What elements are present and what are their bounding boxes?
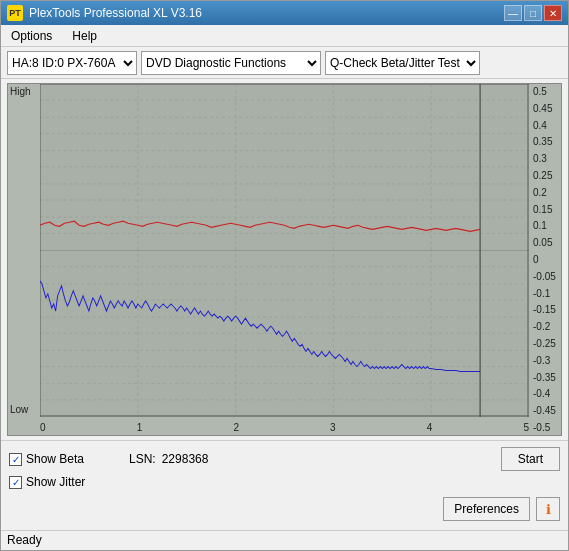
- y-high-label: High: [10, 86, 31, 97]
- test-selector[interactable]: Q-Check Beta/Jitter Test: [325, 51, 480, 75]
- x-label-5: 5: [523, 422, 529, 433]
- show-jitter-area: ✓ Show Jitter: [9, 475, 129, 489]
- preferences-button[interactable]: Preferences: [443, 497, 530, 521]
- menu-help[interactable]: Help: [66, 27, 103, 45]
- info-button[interactable]: ℹ: [536, 497, 560, 521]
- show-jitter-checkbox[interactable]: ✓: [9, 476, 22, 489]
- title-controls: — □ ✕: [504, 5, 562, 21]
- bottom-row2: ✓ Show Jitter: [9, 475, 560, 489]
- x-label-4: 4: [427, 422, 433, 433]
- drive-selector[interactable]: HA:8 ID:0 PX-760A: [7, 51, 137, 75]
- action-row: Preferences ℹ: [9, 497, 560, 521]
- x-label-3: 3: [330, 422, 336, 433]
- y-axis-right: 0.5 0.45 0.4 0.35 0.3 0.25 0.2 0.15 0.1 …: [529, 84, 561, 435]
- lsn-area: LSN: 2298368: [129, 452, 501, 466]
- bottom-row1: ✓ Show Beta LSN: 2298368 Start: [9, 447, 560, 471]
- x-axis-labels: 0 1 2 3 4 5: [40, 422, 529, 433]
- show-beta-checkbox[interactable]: ✓: [9, 453, 22, 466]
- app-icon: PT: [7, 5, 23, 21]
- show-jitter-label: Show Jitter: [26, 475, 85, 489]
- title-bar-left: PT PlexTools Professional XL V3.16: [7, 5, 202, 21]
- show-beta-label: Show Beta: [26, 452, 84, 466]
- bottom-panel: ✓ Show Beta LSN: 2298368 Start ✓ Show Ji…: [1, 440, 568, 530]
- title-bar: PT PlexTools Professional XL V3.16 — □ ✕: [1, 1, 568, 25]
- maximize-button[interactable]: □: [524, 5, 542, 21]
- x-label-1: 1: [137, 422, 143, 433]
- lsn-value: 2298368: [162, 452, 209, 466]
- start-button[interactable]: Start: [501, 447, 560, 471]
- chart-svg: [40, 84, 529, 417]
- close-button[interactable]: ✕: [544, 5, 562, 21]
- function-selector[interactable]: DVD Diagnostic Functions: [141, 51, 321, 75]
- toolbar: HA:8 ID:0 PX-760A DVD Diagnostic Functio…: [1, 47, 568, 79]
- x-label-0: 0: [40, 422, 46, 433]
- minimize-button[interactable]: —: [504, 5, 522, 21]
- menu-bar: Options Help: [1, 25, 568, 47]
- x-label-2: 2: [233, 422, 239, 433]
- status-bar: Ready: [1, 530, 568, 550]
- menu-options[interactable]: Options: [5, 27, 58, 45]
- window-title: PlexTools Professional XL V3.16: [29, 6, 202, 20]
- main-window: PT PlexTools Professional XL V3.16 — □ ✕…: [0, 0, 569, 551]
- lsn-label: LSN:: [129, 452, 156, 466]
- show-beta-area: ✓ Show Beta: [9, 452, 129, 466]
- status-text: Ready: [7, 533, 42, 547]
- chart-area: High Low 0.5 0.45 0.4 0.35 0.3 0.25 0.2 …: [7, 83, 562, 436]
- y-low-label: Low: [10, 404, 28, 415]
